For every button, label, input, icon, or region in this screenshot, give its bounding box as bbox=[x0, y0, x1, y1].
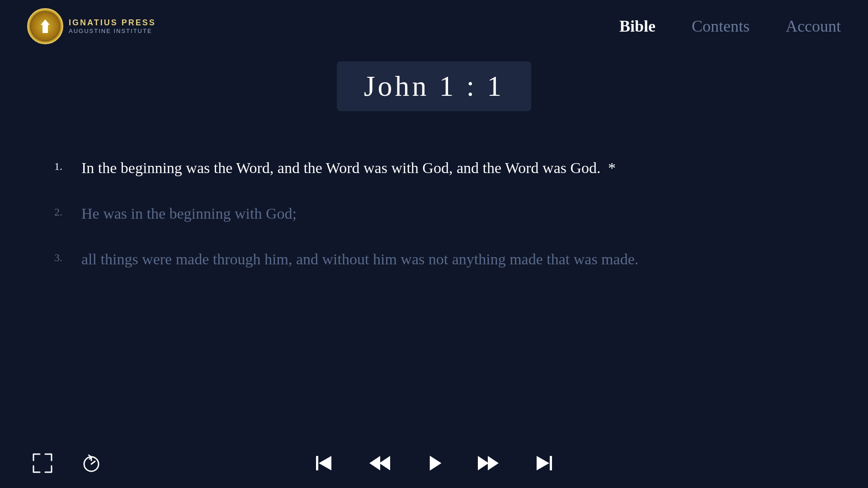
svg-marker-6 bbox=[478, 456, 489, 470]
svg-rect-1 bbox=[316, 456, 318, 470]
expand-icon bbox=[32, 452, 53, 474]
nav-account[interactable]: Account bbox=[786, 17, 841, 36]
logo-area[interactable]: Ignatius Press Augustine Institute bbox=[27, 8, 156, 44]
verse-text-3: all things were made through him, and wi… bbox=[81, 248, 638, 271]
svg-marker-5 bbox=[430, 456, 442, 471]
fast-forward-icon bbox=[477, 451, 500, 475]
verse-number-3: 3. bbox=[54, 248, 81, 266]
nav-contents[interactable]: Contents bbox=[692, 17, 750, 36]
replay-button[interactable] bbox=[76, 448, 107, 479]
play-button[interactable] bbox=[418, 447, 450, 479]
controls-center bbox=[308, 447, 560, 479]
verse-row[interactable]: 1. In the beginning was the Word, and th… bbox=[54, 156, 814, 179]
fast-forward-button[interactable] bbox=[472, 447, 505, 479]
nav-links: Bible Contents Account bbox=[619, 17, 841, 36]
svg-marker-7 bbox=[488, 456, 499, 470]
skip-back-button[interactable] bbox=[308, 447, 340, 479]
svg-marker-2 bbox=[319, 456, 331, 470]
skip-back-icon bbox=[312, 451, 336, 475]
logo-bottom-text: Augustine Institute bbox=[69, 28, 156, 34]
verse-row[interactable]: 2. He was in the beginning with God; bbox=[54, 202, 814, 225]
nav-bible[interactable]: Bible bbox=[619, 17, 656, 36]
play-icon bbox=[423, 447, 445, 479]
expand-button[interactable] bbox=[27, 448, 58, 479]
verse-text-1: In the beginning was the Word, and the W… bbox=[81, 156, 616, 179]
rewind-button[interactable] bbox=[363, 447, 396, 479]
title-area: John 1 : 1 bbox=[0, 61, 868, 111]
rewind-icon bbox=[368, 451, 391, 475]
logo-top-text: Ignatius Press bbox=[69, 18, 156, 28]
svg-marker-9 bbox=[537, 456, 549, 470]
header: Ignatius Press Augustine Institute Bible… bbox=[0, 0, 868, 52]
verse-number-1: 1. bbox=[54, 156, 81, 174]
svg-rect-8 bbox=[550, 456, 552, 470]
bible-content: 1. In the beginning was the Word, and th… bbox=[0, 156, 868, 271]
replay-icon bbox=[80, 452, 102, 474]
controls-left bbox=[27, 448, 107, 479]
logo-icon bbox=[27, 8, 63, 44]
verse-number-2: 2. bbox=[54, 202, 81, 220]
svg-marker-4 bbox=[379, 456, 390, 470]
svg-marker-3 bbox=[369, 456, 380, 470]
chapter-title[interactable]: John 1 : 1 bbox=[337, 61, 532, 111]
verse-asterisk-1: * bbox=[608, 160, 616, 176]
verse-row[interactable]: 3. all things were made through him, and… bbox=[54, 248, 814, 271]
controls-bar bbox=[0, 438, 868, 488]
skip-end-icon bbox=[532, 451, 556, 475]
verse-text-2: He was in the beginning with God; bbox=[81, 202, 297, 225]
logo-text: Ignatius Press Augustine Institute bbox=[69, 18, 156, 34]
skip-end-button[interactable] bbox=[528, 447, 560, 479]
